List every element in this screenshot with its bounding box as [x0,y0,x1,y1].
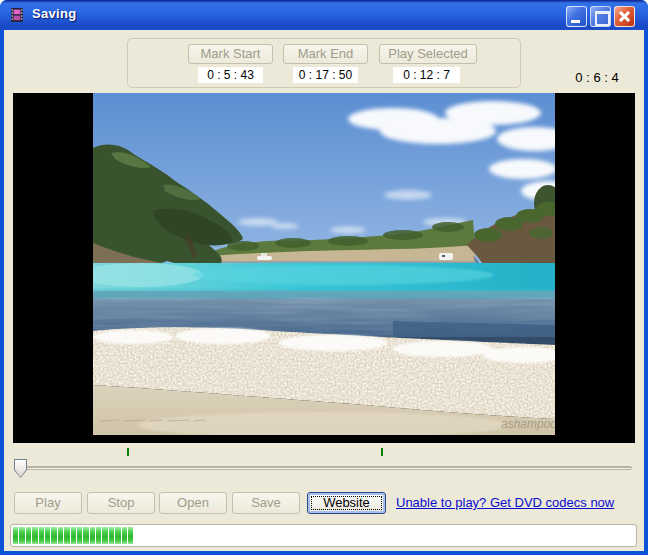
mark-end-time-field[interactable]: 0 : 17 : 50 [293,67,358,83]
dvd-codecs-link[interactable]: Unable to play? Get DVD codecs now [396,495,614,510]
progress-block [90,527,95,544]
saving-progress-bar [10,524,637,547]
timeline-tick [127,448,129,456]
progress-block [19,527,24,544]
progress-block [45,527,50,544]
progress-block [128,527,133,544]
selected-duration-field[interactable]: 0 : 12 : 7 [393,67,460,83]
film-strip-icon [9,7,25,23]
progress-block [58,527,63,544]
timeline-tick [381,448,383,456]
progress-block [26,527,31,544]
close-button[interactable] [614,6,635,27]
video-frame: ashampoo [93,93,555,435]
minimize-button[interactable] [566,6,587,27]
save-button[interactable]: Save [232,492,300,514]
progress-block [96,527,101,544]
mark-start-time-field[interactable]: 0 : 5 : 43 [198,67,263,83]
play-selected-button[interactable]: Play Selected [379,44,477,64]
progress-block [32,527,37,544]
progress-block [109,527,114,544]
stop-button[interactable]: Stop [87,492,155,514]
progress-block [102,527,107,544]
mark-end-button[interactable]: Mark End [283,44,368,64]
client-area: Mark Start Mark End Play Selected 0 : 5 … [4,30,644,551]
open-button[interactable]: Open [159,492,227,514]
window-title: Saving [32,6,76,21]
maximize-button[interactable] [590,6,611,27]
progress-fill [13,527,634,544]
current-time-label: 0 : 6 : 4 [560,70,634,86]
website-button[interactable]: Website [307,492,386,514]
ashampoo-watermark: ashampoo [501,417,555,431]
title-bar[interactable]: Saving [0,0,648,30]
progress-block [64,527,69,544]
progress-block [51,527,56,544]
progress-block [77,527,82,544]
timeline-thumb[interactable] [14,459,27,478]
mark-start-button[interactable]: Mark Start [188,44,273,64]
progress-block [115,527,120,544]
video-display: ashampoo [13,93,635,443]
progress-block [122,527,127,544]
progress-block [71,527,76,544]
timeline-track[interactable] [16,466,632,470]
play-button[interactable]: Play [14,492,82,514]
progress-block [39,527,44,544]
progress-block [13,527,18,544]
progress-block [83,527,88,544]
app-window: Saving Mark Start Mark End Play Selected… [0,0,648,555]
